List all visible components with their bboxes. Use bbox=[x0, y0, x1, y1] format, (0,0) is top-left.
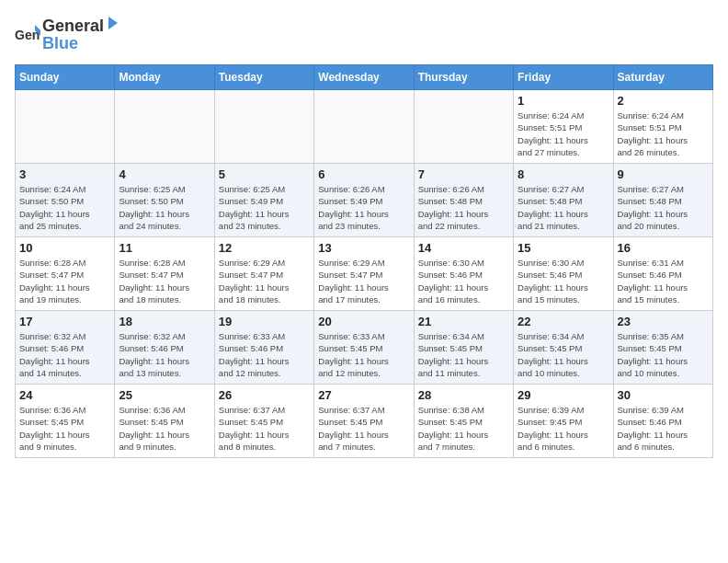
day-number: 3 bbox=[19, 167, 110, 181]
calendar-day: 21Sunrise: 6:34 AM Sunset: 5:45 PM Dayli… bbox=[414, 311, 513, 385]
logo-general: General bbox=[42, 17, 104, 36]
page-header: Gen General Blue bbox=[15, 15, 713, 53]
day-info: Sunrise: 6:26 AM Sunset: 5:49 PM Dayligh… bbox=[318, 183, 409, 232]
calendar-day: 4Sunrise: 6:25 AM Sunset: 5:50 PM Daylig… bbox=[115, 164, 214, 237]
day-number: 30 bbox=[618, 388, 709, 402]
day-number: 28 bbox=[418, 388, 509, 402]
day-number: 26 bbox=[219, 388, 310, 402]
day-number: 21 bbox=[418, 315, 509, 328]
svg-marker-3 bbox=[108, 17, 118, 29]
day-info: Sunrise: 6:27 AM Sunset: 5:48 PM Dayligh… bbox=[518, 183, 609, 232]
calendar-day bbox=[115, 90, 214, 164]
day-info: Sunrise: 6:33 AM Sunset: 5:45 PM Dayligh… bbox=[318, 330, 409, 379]
calendar-day: 22Sunrise: 6:34 AM Sunset: 5:45 PM Dayli… bbox=[514, 311, 613, 385]
weekday-header-friday: Friday bbox=[514, 65, 613, 90]
day-number: 25 bbox=[119, 388, 210, 402]
calendar-day: 5Sunrise: 6:25 AM Sunset: 5:49 PM Daylig… bbox=[214, 164, 313, 237]
logo-icon: Gen bbox=[15, 21, 40, 47]
day-info: Sunrise: 6:39 AM Sunset: 9:45 PM Dayligh… bbox=[518, 404, 609, 453]
calendar-week-row: 10Sunrise: 6:28 AM Sunset: 5:47 PM Dayli… bbox=[16, 237, 713, 311]
calendar-day: 13Sunrise: 6:29 AM Sunset: 5:47 PM Dayli… bbox=[314, 237, 414, 311]
day-info: Sunrise: 6:24 AM Sunset: 5:51 PM Dayligh… bbox=[618, 109, 709, 158]
calendar-table: SundayMondayTuesdayWednesdayThursdayFrid… bbox=[15, 64, 713, 458]
day-info: Sunrise: 6:30 AM Sunset: 5:46 PM Dayligh… bbox=[518, 257, 609, 305]
day-number: 1 bbox=[518, 94, 609, 108]
calendar-day: 12Sunrise: 6:29 AM Sunset: 5:47 PM Dayli… bbox=[214, 237, 313, 311]
weekday-header-saturday: Saturday bbox=[613, 65, 712, 90]
day-info: Sunrise: 6:32 AM Sunset: 5:46 PM Dayligh… bbox=[19, 330, 110, 379]
calendar-day: 26Sunrise: 6:37 AM Sunset: 5:45 PM Dayli… bbox=[214, 385, 313, 458]
calendar-day: 3Sunrise: 6:24 AM Sunset: 5:50 PM Daylig… bbox=[16, 164, 115, 237]
logo-arrow-icon bbox=[105, 15, 121, 31]
day-number: 24 bbox=[19, 388, 110, 402]
calendar-day: 25Sunrise: 6:36 AM Sunset: 5:45 PM Dayli… bbox=[115, 385, 214, 458]
weekday-header-tuesday: Tuesday bbox=[214, 65, 313, 90]
calendar-week-row: 1Sunrise: 6:24 AM Sunset: 5:51 PM Daylig… bbox=[16, 90, 713, 164]
day-info: Sunrise: 6:24 AM Sunset: 5:51 PM Dayligh… bbox=[518, 109, 609, 158]
day-number: 7 bbox=[418, 167, 509, 181]
calendar-day: 19Sunrise: 6:33 AM Sunset: 5:46 PM Dayli… bbox=[214, 311, 313, 385]
day-number: 12 bbox=[219, 241, 310, 255]
day-info: Sunrise: 6:25 AM Sunset: 5:50 PM Dayligh… bbox=[119, 183, 210, 232]
calendar-day: 29Sunrise: 6:39 AM Sunset: 9:45 PM Dayli… bbox=[514, 385, 613, 458]
day-number: 27 bbox=[318, 388, 409, 402]
day-info: Sunrise: 6:37 AM Sunset: 5:45 PM Dayligh… bbox=[318, 404, 409, 453]
day-info: Sunrise: 6:24 AM Sunset: 5:50 PM Dayligh… bbox=[19, 183, 110, 232]
calendar-day: 14Sunrise: 6:30 AM Sunset: 5:46 PM Dayli… bbox=[414, 237, 513, 311]
day-info: Sunrise: 6:28 AM Sunset: 5:47 PM Dayligh… bbox=[19, 257, 110, 305]
calendar-day: 28Sunrise: 6:38 AM Sunset: 5:45 PM Dayli… bbox=[414, 385, 513, 458]
day-number: 29 bbox=[518, 388, 609, 402]
day-number: 16 bbox=[618, 241, 709, 255]
calendar-day: 9Sunrise: 6:27 AM Sunset: 5:48 PM Daylig… bbox=[613, 164, 712, 237]
calendar-day: 18Sunrise: 6:32 AM Sunset: 5:46 PM Dayli… bbox=[115, 311, 214, 385]
calendar-day: 7Sunrise: 6:26 AM Sunset: 5:48 PM Daylig… bbox=[414, 164, 513, 237]
logo: Gen General Blue bbox=[15, 15, 121, 53]
weekday-header-thursday: Thursday bbox=[414, 65, 513, 90]
day-info: Sunrise: 6:28 AM Sunset: 5:47 PM Dayligh… bbox=[119, 257, 210, 305]
day-number: 17 bbox=[19, 315, 110, 328]
day-info: Sunrise: 6:33 AM Sunset: 5:46 PM Dayligh… bbox=[219, 330, 310, 379]
day-info: Sunrise: 6:29 AM Sunset: 5:47 PM Dayligh… bbox=[318, 257, 409, 305]
day-number: 2 bbox=[618, 94, 709, 108]
calendar-day: 11Sunrise: 6:28 AM Sunset: 5:47 PM Dayli… bbox=[115, 237, 214, 311]
day-info: Sunrise: 6:27 AM Sunset: 5:48 PM Dayligh… bbox=[618, 183, 709, 232]
day-number: 8 bbox=[518, 167, 609, 181]
day-number: 22 bbox=[518, 315, 609, 328]
calendar-day bbox=[314, 90, 414, 164]
day-number: 23 bbox=[618, 315, 709, 328]
day-info: Sunrise: 6:30 AM Sunset: 5:46 PM Dayligh… bbox=[418, 257, 509, 305]
calendar-week-row: 17Sunrise: 6:32 AM Sunset: 5:46 PM Dayli… bbox=[16, 311, 713, 385]
day-info: Sunrise: 6:36 AM Sunset: 5:45 PM Dayligh… bbox=[119, 404, 210, 453]
calendar-day: 10Sunrise: 6:28 AM Sunset: 5:47 PM Dayli… bbox=[16, 237, 115, 311]
day-number: 5 bbox=[219, 167, 310, 181]
weekday-header-sunday: Sunday bbox=[16, 65, 115, 90]
day-info: Sunrise: 6:26 AM Sunset: 5:48 PM Dayligh… bbox=[418, 183, 509, 232]
day-number: 10 bbox=[19, 241, 110, 255]
calendar-day: 1Sunrise: 6:24 AM Sunset: 5:51 PM Daylig… bbox=[514, 90, 613, 164]
day-info: Sunrise: 6:32 AM Sunset: 5:46 PM Dayligh… bbox=[119, 330, 210, 379]
calendar-day: 20Sunrise: 6:33 AM Sunset: 5:45 PM Dayli… bbox=[314, 311, 414, 385]
calendar-day: 30Sunrise: 6:39 AM Sunset: 5:46 PM Dayli… bbox=[613, 385, 712, 458]
calendar-day: 24Sunrise: 6:36 AM Sunset: 5:45 PM Dayli… bbox=[16, 385, 115, 458]
day-info: Sunrise: 6:35 AM Sunset: 5:45 PM Dayligh… bbox=[618, 330, 709, 379]
day-info: Sunrise: 6:29 AM Sunset: 5:47 PM Dayligh… bbox=[219, 257, 310, 305]
calendar-day: 15Sunrise: 6:30 AM Sunset: 5:46 PM Dayli… bbox=[514, 237, 613, 311]
day-info: Sunrise: 6:38 AM Sunset: 5:45 PM Dayligh… bbox=[418, 404, 509, 453]
day-number: 6 bbox=[318, 167, 409, 181]
calendar-day: 23Sunrise: 6:35 AM Sunset: 5:45 PM Dayli… bbox=[613, 311, 712, 385]
calendar-week-row: 3Sunrise: 6:24 AM Sunset: 5:50 PM Daylig… bbox=[16, 164, 713, 237]
day-info: Sunrise: 6:39 AM Sunset: 5:46 PM Dayligh… bbox=[618, 404, 709, 453]
day-info: Sunrise: 6:34 AM Sunset: 5:45 PM Dayligh… bbox=[418, 330, 509, 379]
day-info: Sunrise: 6:37 AM Sunset: 5:45 PM Dayligh… bbox=[219, 404, 310, 453]
weekday-header-monday: Monday bbox=[115, 65, 214, 90]
calendar-day: 16Sunrise: 6:31 AM Sunset: 5:46 PM Dayli… bbox=[613, 237, 712, 311]
logo-blue: Blue bbox=[42, 34, 121, 53]
day-number: 11 bbox=[119, 241, 210, 255]
day-info: Sunrise: 6:31 AM Sunset: 5:46 PM Dayligh… bbox=[618, 257, 709, 305]
calendar-day bbox=[16, 90, 115, 164]
day-number: 15 bbox=[518, 241, 609, 255]
day-number: 9 bbox=[618, 167, 709, 181]
day-number: 13 bbox=[318, 241, 409, 255]
day-number: 18 bbox=[119, 315, 210, 328]
calendar-day: 6Sunrise: 6:26 AM Sunset: 5:49 PM Daylig… bbox=[314, 164, 414, 237]
